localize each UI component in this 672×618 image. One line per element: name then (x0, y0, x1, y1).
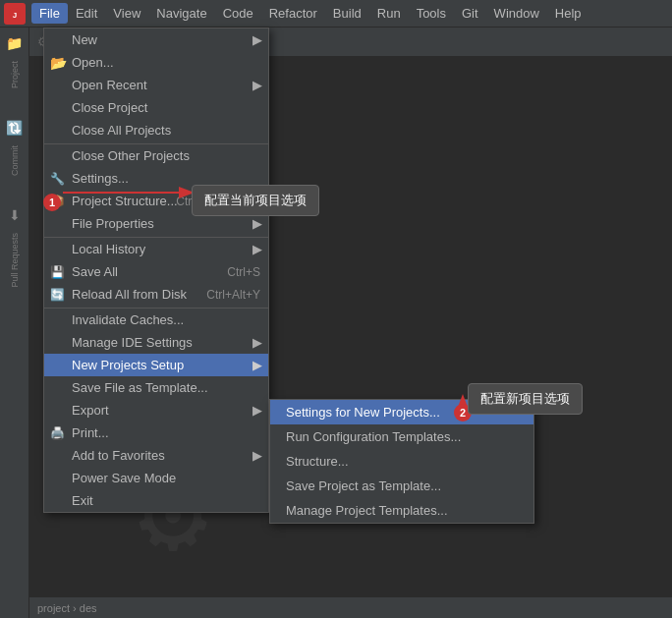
submenu-item-run-config[interactable]: Run Configuration Templates... (270, 424, 533, 449)
save-project-template-label: Save Project as Template... (286, 478, 441, 493)
menu-item-add-favorites[interactable]: Add to Favorites ▶ (44, 444, 268, 467)
menu-item-file-properties[interactable]: File Properties ▶ (44, 212, 268, 235)
menu-git[interactable]: Git (454, 3, 486, 24)
arrow-icon-fav: ▶ (252, 448, 262, 463)
menu-file[interactable]: File (31, 3, 68, 24)
manage-ide-label: Manage IDE Settings (72, 335, 193, 350)
status-bar: project › des (29, 596, 672, 618)
manage-templates-label: Manage Project Templates... (286, 503, 448, 518)
file-properties-label: File Properties (72, 216, 154, 231)
menu-item-local-history[interactable]: Local History ▶ (44, 237, 268, 260)
settings-new-label: Settings for New Projects... (286, 405, 440, 420)
save-template-label: Save File as Template... (72, 380, 208, 395)
reload-icon: 🔄 (50, 288, 65, 302)
run-config-label: Run Configuration Templates... (286, 429, 461, 444)
arrow-icon-recent: ▶ (252, 78, 262, 92)
local-history-label: Local History (72, 242, 145, 256)
new-projects-label: New Projects Setup (72, 358, 184, 372)
menu-item-reload[interactable]: 🔄 Reload All from Disk Ctrl+Alt+Y (44, 283, 268, 306)
menu-code[interactable]: Code (215, 3, 261, 24)
open-icon: 📂 (50, 55, 67, 71)
menu-refactor[interactable]: Refactor (261, 3, 325, 24)
settings-wrench-icon: 🔧 (50, 172, 65, 186)
sidebar-label-project: Project (10, 61, 20, 88)
menu-item-invalidate[interactable]: Invalidate Caches... (44, 308, 268, 331)
menu-item-export[interactable]: Export ▶ (44, 399, 268, 421)
invalidate-label: Invalidate Caches... (72, 312, 184, 327)
settings-label: Settings... (72, 171, 129, 186)
close-project-label: Close Project (72, 100, 147, 115)
exit-label: Exit (72, 493, 93, 508)
menu-item-exit[interactable]: Exit (44, 489, 268, 512)
menu-help[interactable]: Help (547, 3, 589, 24)
file-menu-dropdown: New ▶ 📂 Open... Open Recent ▶ Close Proj… (43, 28, 269, 513)
sidebar-icon-pullreq[interactable]: ⬇ (3, 203, 27, 227)
menu-item-new-projects-setup[interactable]: New Projects Setup ▶ (44, 354, 268, 376)
menu-item-close-other[interactable]: Close Other Projects (44, 143, 268, 167)
arrow-icon: ▶ (252, 32, 262, 47)
menu-item-manage-ide[interactable]: Manage IDE Settings ▶ (44, 331, 268, 354)
menu-edit[interactable]: Edit (68, 3, 105, 24)
menu-item-print[interactable]: 🖨️ Print... (44, 421, 268, 444)
submenu-item-settings-new[interactable]: Settings for New Projects... (270, 400, 533, 424)
submenu-item-manage-templates[interactable]: Manage Project Templates... (270, 498, 533, 523)
svg-text:J: J (13, 11, 17, 20)
add-favorites-label: Add to Favorites (72, 448, 165, 463)
new-label: New (72, 32, 97, 47)
menu-bar: J File Edit View Navigate Code Refactor … (0, 0, 672, 28)
menu-item-open-recent[interactable]: Open Recent ▶ (44, 74, 268, 96)
submenu-new-projects: Settings for New Projects... Run Configu… (269, 399, 534, 524)
arrow-icon-exp: ▶ (252, 403, 262, 418)
submenu-item-save-project-template[interactable]: Save Project as Template... (270, 474, 533, 498)
menu-item-settings[interactable]: 🔧 Settings... (44, 167, 268, 190)
print-label: Print... (72, 425, 109, 440)
project-struct-icon: 📦 (50, 195, 65, 208)
menu-view[interactable]: View (105, 3, 148, 24)
sidebar-label-commit: Commit (10, 145, 20, 176)
menu-build[interactable]: Build (325, 3, 369, 24)
save-all-shortcut: Ctrl+S (227, 265, 260, 279)
sidebar-icon-project[interactable]: 📁 (3, 31, 27, 55)
arrow-icon-lh: ▶ (252, 242, 262, 256)
menu-item-save-template[interactable]: Save File as Template... (44, 376, 268, 399)
sidebar-label-pullreq: Pull Requests (10, 233, 20, 288)
arrow-icon-ide: ▶ (252, 335, 262, 350)
save-all-label: Save All (72, 264, 118, 279)
menu-run[interactable]: Run (369, 3, 409, 24)
menu-item-new[interactable]: New ▶ (44, 28, 268, 51)
export-label: Export (72, 403, 109, 418)
menu-item-project-structure[interactable]: 📦 Project Structure... Ctrl+Alt+Shift+S (44, 190, 268, 212)
close-all-label: Close All Projects (72, 123, 171, 138)
menu-navigate[interactable]: Navigate (148, 3, 214, 24)
menu-item-close-project[interactable]: Close Project (44, 96, 268, 119)
sidebar: 📁 Project 🔃 Commit ⬇ Pull Requests (0, 28, 29, 618)
menu-item-save-all[interactable]: 💾 Save All Ctrl+S (44, 260, 268, 283)
close-other-label: Close Other Projects (72, 148, 190, 163)
arrow-icon-nps: ▶ (252, 358, 262, 372)
power-save-label: Power Save Mode (72, 471, 176, 485)
reload-label: Reload All from Disk (72, 287, 187, 302)
menu-item-open[interactable]: 📂 Open... (44, 51, 268, 74)
status-text: project › des (37, 602, 97, 614)
menu-tools[interactable]: Tools (409, 3, 454, 24)
reload-shortcut: Ctrl+Alt+Y (206, 288, 260, 302)
open-recent-label: Open Recent (72, 78, 147, 92)
menu-window[interactable]: Window (486, 3, 547, 24)
structure-label: Structure... (286, 454, 349, 469)
arrow-icon-fp: ▶ (252, 216, 262, 231)
app-logo: J (4, 3, 26, 25)
print-icon: 🖨️ (50, 426, 65, 440)
save-icon: 💾 (50, 265, 65, 279)
submenu-item-structure[interactable]: Structure... (270, 449, 533, 474)
menu-item-power-save[interactable]: Power Save Mode (44, 467, 268, 489)
open-label: Open... (72, 55, 114, 70)
menu-item-close-all[interactable]: Close All Projects (44, 119, 268, 141)
project-structure-label: Project Structure... (72, 194, 178, 208)
sidebar-icon-commit[interactable]: 🔃 (3, 116, 27, 140)
project-structure-shortcut: Ctrl+Alt+Shift+S (176, 195, 260, 208)
